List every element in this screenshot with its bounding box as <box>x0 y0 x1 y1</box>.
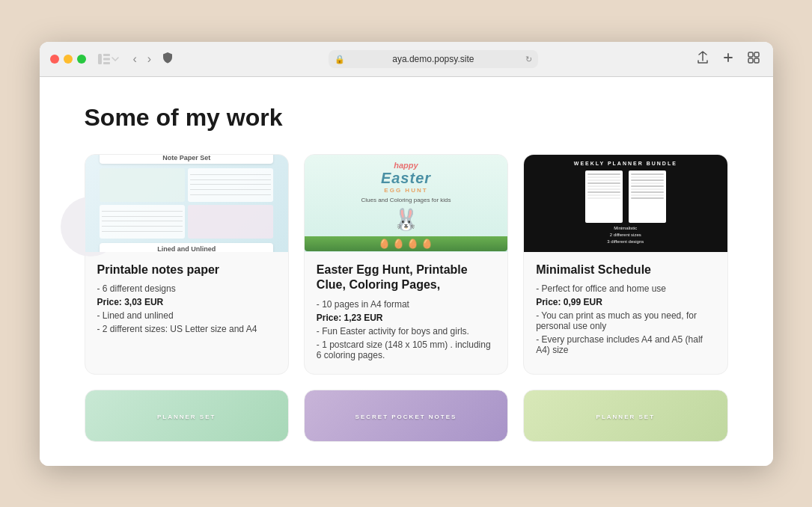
browser-chrome: ‹ › 🔒 aya.demo.popsy.site ↻ <box>40 42 773 77</box>
bottom-card-3-image: PLANNER SET <box>524 390 727 442</box>
card-2-body: Easter Egg Hunt, Printable Clue, Colorin… <box>305 252 507 375</box>
note-paper-lined-label: Lined and Unlined <box>100 243 273 252</box>
sidebar-toggle[interactable] <box>98 54 119 64</box>
planner-sizes-label: 2 different sizes <box>607 233 644 237</box>
nav-buttons: ‹ › <box>129 51 156 67</box>
bottom-card-3[interactable]: PLANNER SET <box>523 390 727 442</box>
bottom-card-1-label: PLANNER SET <box>154 411 219 423</box>
bottom-card-2-label: SECRET POCKET NOTES <box>352 411 460 423</box>
card-1-image: Note Paper Set <box>85 155 288 252</box>
svg-rect-0 <box>98 54 102 64</box>
svg-rect-1 <box>103 54 110 56</box>
card-3-feature-2: - You can print as much as you need, for… <box>536 310 715 331</box>
page-content: Some of my work Note Paper Set <box>40 77 773 466</box>
svg-rect-2 <box>103 58 110 60</box>
card-2-image: happy Easter EGG HUNT Clues and Coloring… <box>305 155 507 252</box>
share-button[interactable] <box>694 49 712 69</box>
address-bar-container: 🔒 aya.demo.popsy.site ↻ <box>180 50 686 68</box>
new-tab-button[interactable] <box>719 50 737 68</box>
easter-happy-text: happy <box>381 161 431 170</box>
easter-hunt-text: EGG HUNT <box>381 187 431 194</box>
card-1-price: Price: 3,03 EUR <box>97 297 276 307</box>
card-1-feature-2: - Lined and unlined <box>97 310 276 321</box>
section-title: Some of my work <box>85 104 728 132</box>
cards-grid: Note Paper Set <box>85 154 728 375</box>
forward-button[interactable]: › <box>144 51 155 67</box>
back-button[interactable]: ‹ <box>129 51 141 67</box>
card-2-price: Price: 1,23 EUR <box>317 313 495 323</box>
card-1-feature-1: - 6 different designs <box>97 283 276 294</box>
planner-sheet-1 <box>585 170 623 223</box>
card-3-feature-1: - Perfect for office and home use <box>536 283 715 294</box>
card-3-image: WEEKLY PLANNER BUNDLE <box>524 155 727 252</box>
svg-rect-7 <box>754 58 759 63</box>
svg-rect-4 <box>748 52 753 57</box>
planner-labels: Minimalistic 2 different sizes 3 differe… <box>607 226 644 244</box>
easter-egg-3: 🥚 <box>407 239 418 249</box>
tab-overview-button[interactable] <box>745 50 763 68</box>
reload-icon[interactable]: ↻ <box>525 54 532 64</box>
bottom-card-3-label: PLANNER SET <box>593 411 658 423</box>
planner-designs-label: 3 different designs <box>607 239 644 244</box>
card-1-body: Printable notes paper - 6 different desi… <box>85 252 288 348</box>
toolbar-right <box>694 49 763 69</box>
easter-egg-4: 🥚 <box>421 239 433 249</box>
bottom-cards-grid: PLANNER SET SECRET POCKET NOTES PLANNER … <box>85 390 728 442</box>
card-3-feature-3: - Every purchase includes A4 and A5 (hal… <box>536 334 715 355</box>
browser-window: ‹ › 🔒 aya.demo.popsy.site ↻ <box>40 42 773 466</box>
easter-grass: 🥚 🥚 🥚 🥚 <box>305 236 507 251</box>
easter-clues-text: Clues and Coloring pages for kids <box>361 197 451 203</box>
card-3[interactable]: WEEKLY PLANNER BUNDLE <box>523 154 727 375</box>
easter-banner: happy Easter EGG HUNT <box>381 155 431 194</box>
bottom-card-2[interactable]: SECRET POCKET NOTES <box>304 390 508 442</box>
lock-icon: 🔒 <box>335 54 345 64</box>
easter-title-text: Easter <box>381 170 431 187</box>
card-2-feature-2: - Fun Easter activity for boys and girls… <box>317 326 495 337</box>
card-2-feature-1: - 10 pages in A4 format <box>317 299 495 310</box>
note-paper-label: Note Paper Set <box>100 155 273 164</box>
address-bar[interactable]: 🔒 aya.demo.popsy.site ↻ <box>329 50 538 68</box>
planner-minimalistic-label: Minimalistic <box>607 226 644 230</box>
easter-egg-1: 🥚 <box>379 239 390 249</box>
traffic-lights <box>50 55 86 64</box>
shield-icon <box>162 52 173 66</box>
bottom-card-2-image: SECRET POCKET NOTES <box>305 390 507 442</box>
card-1-title: Printable notes paper <box>97 262 276 278</box>
svg-rect-6 <box>748 58 753 63</box>
card-3-body: Minimalist Schedule - Perfect for office… <box>524 252 727 369</box>
easter-bunny-icon: 🐰 <box>393 207 419 232</box>
card-2-feature-3: - 1 postcard size (148 x 105 mm) . inclu… <box>317 339 495 360</box>
planner-sheets <box>585 170 666 223</box>
card-2-title: Easter Egg Hunt, Printable Clue, Colorin… <box>317 262 495 294</box>
card-3-price: Price: 0,99 EUR <box>536 297 715 307</box>
minimize-button[interactable] <box>64 55 73 64</box>
planner-sheet-2 <box>629 170 666 223</box>
card-3-title: Minimalist Schedule <box>536 262 715 278</box>
card-2[interactable]: happy Easter EGG HUNT Clues and Coloring… <box>304 154 508 375</box>
bottom-card-1[interactable]: PLANNER SET <box>85 390 289 442</box>
easter-egg-2: 🥚 <box>393 239 404 249</box>
card-1-feature-3: - 2 different sizes: US Letter size and … <box>97 324 276 334</box>
maximize-button[interactable] <box>77 55 86 64</box>
url-text: aya.demo.popsy.site <box>392 54 474 64</box>
svg-rect-3 <box>103 62 110 64</box>
svg-rect-5 <box>754 52 759 57</box>
card-1[interactable]: Note Paper Set <box>85 154 289 375</box>
bottom-card-1-image: PLANNER SET <box>85 390 288 442</box>
close-button[interactable] <box>50 55 59 64</box>
planner-title-bar: WEEKLY PLANNER BUNDLE <box>574 161 677 166</box>
